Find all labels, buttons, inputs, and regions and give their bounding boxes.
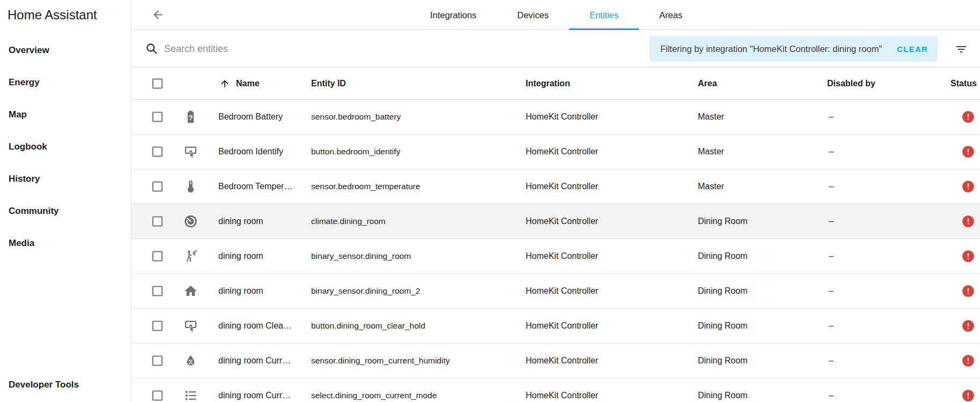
entity-integration: HomeKit Controller — [526, 251, 598, 261]
entity-integration: HomeKit Controller — [526, 321, 598, 331]
motion-sensor-icon — [183, 249, 198, 264]
sidebar-item[interactable]: Community — [0, 195, 130, 227]
entity-name: dining room Curr… — [218, 391, 291, 400]
entity-disabled-by: – — [829, 147, 834, 157]
status-error-icon[interactable] — [961, 145, 975, 159]
entity-disabled-by: – — [829, 182, 834, 191]
tab-areas[interactable]: Areas — [639, 0, 703, 30]
tab-devices[interactable]: Devices — [497, 0, 569, 30]
sidebar-item-label: Developer Tools — [9, 379, 79, 390]
entity-disabled-by: – — [829, 112, 834, 122]
entity-disabled-by: – — [829, 251, 834, 261]
entity-area: Dining Room — [698, 321, 747, 331]
sidebar-item-label: Overview — [9, 45, 49, 56]
sidebar-nav: Overview Energy Map Logbook History Comm… — [0, 34, 130, 259]
status-error-icon[interactable] — [961, 180, 975, 193]
entity-name: dining room — [218, 251, 263, 261]
table-row[interactable]: dining room climate.dining_room HomeKit … — [132, 204, 980, 239]
entity-name: Bedroom Identify — [218, 147, 283, 157]
row-checkbox[interactable] — [152, 182, 163, 192]
entity-disabled-by: – — [829, 356, 834, 366]
sidebar-item[interactable]: Map — [0, 99, 130, 131]
table-row[interactable]: Bedroom Temper… sensor.bedroom_temperatu… — [132, 169, 980, 204]
tab-label: Devices — [517, 10, 549, 20]
row-checkbox[interactable] — [152, 217, 163, 227]
sidebar-item-developer-tools[interactable]: Developer Tools — [0, 375, 130, 394]
sidebar-item[interactable]: Media — [0, 227, 130, 259]
header-disabled-by[interactable]: Disabled by — [827, 79, 875, 88]
battery-unknown-icon — [183, 110, 198, 124]
header-entity-id[interactable]: Entity ID — [311, 79, 346, 88]
home-icon — [183, 284, 198, 299]
status-error-icon[interactable] — [961, 354, 975, 368]
sidebar-item[interactable]: Overview — [0, 34, 130, 66]
list-bulleted-icon — [183, 389, 198, 402]
entity-id: sensor.bedroom_temperature — [311, 182, 420, 191]
entity-id: sensor.bedroom_battery — [311, 112, 401, 122]
tab-entities[interactable]: Entities — [569, 0, 639, 30]
sidebar: Home Assistant Overview Energy Map Logbo… — [0, 0, 131, 402]
filter-chip: Filtering by integration "HomeKit Contro… — [650, 36, 938, 62]
entity-integration: HomeKit Controller — [526, 391, 598, 400]
status-error-icon[interactable] — [961, 284, 975, 298]
header-status[interactable]: Status — [950, 79, 977, 88]
filter-chip-text: Filtering by integration "HomeKit Contro… — [660, 44, 882, 54]
entity-id: sensor.dining_room_current_humidity — [311, 356, 450, 366]
search-input[interactable] — [163, 40, 539, 58]
entity-area: Dining Room — [698, 391, 747, 400]
gesture-tap-icon — [183, 145, 198, 159]
select-all-checkbox[interactable] — [152, 78, 163, 88]
search-toolbar: Filtering by integration "HomeKit Contro… — [132, 30, 980, 68]
sidebar-item-label: Map — [9, 109, 27, 120]
entity-disabled-by: – — [829, 391, 834, 400]
status-error-icon[interactable] — [961, 214, 975, 228]
entity-integration: HomeKit Controller — [526, 286, 598, 296]
status-error-icon[interactable] — [961, 249, 975, 263]
sidebar-item-label: History — [9, 174, 40, 184]
entity-name: dining room Clea… — [218, 321, 292, 331]
table-row[interactable]: dining room Clea… button.dining_room_cle… — [132, 309, 980, 344]
sort-ascending-icon — [219, 78, 230, 89]
water-percent-icon — [183, 354, 198, 368]
status-error-icon[interactable] — [961, 389, 975, 402]
thermostat-icon — [183, 214, 198, 229]
row-checkbox[interactable] — [152, 112, 163, 122]
back-arrow-icon[interactable] — [151, 8, 165, 21]
sidebar-item[interactable]: Energy — [0, 66, 130, 99]
entity-integration: HomeKit Controller — [526, 147, 598, 157]
sidebar-item-label: Community — [9, 206, 59, 217]
row-checkbox[interactable] — [152, 356, 163, 366]
header-area[interactable]: Area — [698, 79, 717, 88]
table-row[interactable]: dining room binary_sensor.dining_room_2 … — [132, 274, 980, 309]
table-row[interactable]: Bedroom Battery sensor.bedroom_battery H… — [132, 100, 980, 135]
header-name[interactable]: Name — [236, 79, 260, 88]
entity-name: dining room — [218, 286, 263, 296]
entity-id: climate.dining_room — [311, 217, 386, 226]
table-row[interactable]: dining room binary_sensor.dining_room Ho… — [132, 239, 980, 274]
entity-id: select.dining_room_current_mode — [311, 391, 437, 400]
search-icon — [145, 42, 159, 56]
row-checkbox[interactable] — [152, 321, 163, 331]
clear-filter-button[interactable]: CLEAR — [897, 44, 928, 54]
table-row[interactable]: dining room Curr… sensor.dining_room_cur… — [132, 344, 980, 378]
row-checkbox[interactable] — [152, 147, 163, 157]
tab-integrations[interactable]: Integrations — [410, 0, 497, 30]
status-error-icon[interactable] — [961, 319, 975, 333]
sidebar-item[interactable]: Logbook — [0, 131, 130, 163]
filter-variant-icon[interactable] — [955, 43, 968, 56]
entity-name: dining room — [218, 217, 263, 226]
row-checkbox[interactable] — [152, 251, 163, 262]
header-integration[interactable]: Integration — [526, 79, 570, 88]
entity-area: Master — [698, 112, 724, 122]
table-row[interactable]: dining room Curr… select.dining_room_cur… — [132, 378, 980, 402]
row-checkbox[interactable] — [152, 286, 163, 296]
sidebar-item[interactable]: History — [0, 163, 130, 195]
row-checkbox[interactable] — [152, 391, 163, 401]
entity-area: Dining Room — [698, 251, 747, 261]
entity-integration: HomeKit Controller — [526, 182, 598, 191]
sidebar-item-label: Energy — [9, 77, 40, 88]
entity-area: Dining Room — [698, 217, 747, 226]
status-error-icon[interactable] — [961, 110, 975, 124]
table-row[interactable]: Bedroom Identify button.bedroom_identify… — [132, 135, 980, 169]
table-body: Bedroom Battery sensor.bedroom_battery H… — [132, 100, 980, 402]
